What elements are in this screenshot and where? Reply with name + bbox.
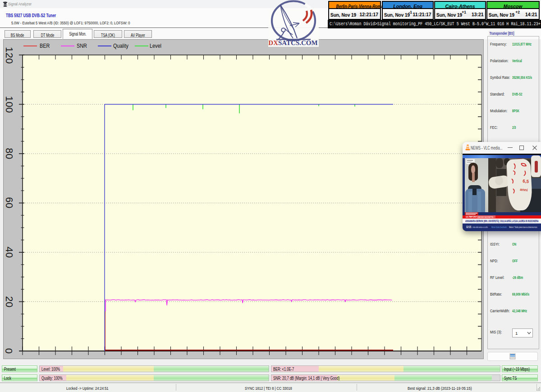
svg-text:DXSATCS.COM: DXSATCS.COM: [268, 39, 317, 46]
svg-text:anni: anni: [520, 187, 528, 192]
svg-text:6,5: 6,5: [523, 178, 529, 184]
